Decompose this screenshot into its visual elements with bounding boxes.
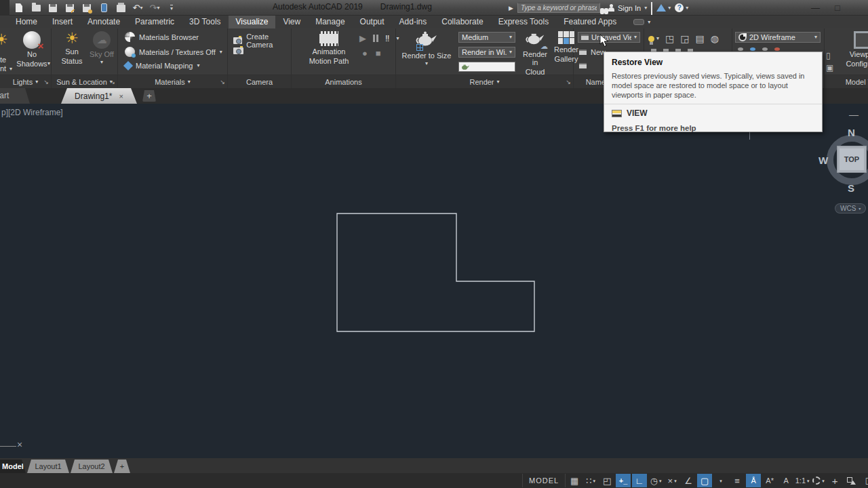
- ribbon-tab-add-ins[interactable]: Add-ins: [392, 16, 435, 28]
- view-tool-button-1[interactable]: ◳: [665, 34, 674, 43]
- sun-launcher-icon[interactable]: ↘: [110, 79, 115, 85]
- redo-button[interactable]: ↷▾: [148, 1, 161, 14]
- ribbon-display-button[interactable]: ▾: [633, 16, 650, 28]
- visual-style-select[interactable]: 2D Wireframe ▾: [735, 32, 821, 43]
- view-tool-button-3[interactable]: ▤: [695, 34, 704, 43]
- save-web-mobile-button[interactable]: [80, 1, 94, 14]
- object-snap-button[interactable]: ∠: [681, 474, 696, 487]
- ribbon-tab-insert[interactable]: Insert: [45, 16, 80, 28]
- isolate-objects-button[interactable]: [844, 474, 859, 487]
- viewport-configuration-button[interactable]: Viewport Configurati: [837, 31, 868, 68]
- search-input[interactable]: [517, 3, 600, 13]
- workspace-switching-button[interactable]: ▾: [811, 474, 826, 487]
- ribbon-tab-featured-apps[interactable]: Featured Apps: [556, 16, 624, 28]
- new-drawing-tab-button[interactable]: +: [142, 90, 156, 102]
- clean-screen-button[interactable]: ▯: [860, 474, 868, 487]
- panel-camera-label[interactable]: Camera: [228, 75, 291, 88]
- panel-model-viewports-label[interactable]: Model Vie: [825, 75, 868, 88]
- new-layout-button[interactable]: +: [114, 460, 130, 473]
- app-store-button[interactable]: [651, 2, 652, 14]
- render-in-cloud-button[interactable]: ☁ Render in Cloud: [519, 30, 551, 76]
- create-light-icon[interactable]: ☀: [0, 33, 8, 47]
- lights-launcher-icon[interactable]: ↘: [43, 79, 49, 85]
- light-glyphs-button[interactable]: ▾: [648, 36, 659, 42]
- save-button[interactable]: [46, 1, 60, 14]
- ribbon-tab-output[interactable]: Output: [353, 16, 392, 28]
- ribbon-tab-annotate[interactable]: Annotate: [80, 16, 127, 28]
- customization-button[interactable]: +: [827, 474, 842, 487]
- ribbon-tab-3d-tools[interactable]: 3D Tools: [182, 16, 228, 28]
- ribbon-tab-collaborate[interactable]: Collaborate: [434, 16, 490, 28]
- animation-motion-path-button[interactable]: Animation Motion Path: [301, 31, 357, 65]
- viewport-controls-label[interactable]: p][2D Wireframe]: [1, 108, 63, 117]
- create-light-label-2[interactable]: nt: [0, 64, 6, 73]
- grid-display-button[interactable]: ▦: [567, 474, 582, 487]
- materials-launcher-icon[interactable]: ↘: [220, 79, 225, 85]
- minimize-button[interactable]: —: [811, 3, 820, 12]
- redo-caret-icon[interactable]: ▾: [157, 5, 159, 11]
- play-icon[interactable]: ▶: [359, 34, 366, 43]
- viewcube-west[interactable]: W: [818, 155, 828, 166]
- layout-tab-layout1[interactable]: Layout1: [27, 460, 69, 473]
- render-to-size-button[interactable]: Render to Size ▾: [397, 30, 456, 66]
- render-target-select[interactable]: Render in Wi... ▾: [458, 47, 515, 58]
- sun-status-button[interactable]: ☀ Sun Status: [57, 31, 87, 65]
- materials-browser-button[interactable]: Materials Browser: [125, 32, 199, 42]
- new-view-button[interactable]: New: [579, 48, 606, 56]
- ribbon-tab-home[interactable]: Home: [8, 16, 45, 28]
- save-as-button[interactable]: [63, 1, 77, 14]
- no-shadows-button[interactable]: × No Shadows: [15, 31, 49, 68]
- pause-icon[interactable]: [373, 35, 378, 42]
- material-mapping-button[interactable]: Material Mapping ▾: [125, 62, 199, 70]
- panel-sun-location-label[interactable]: Sun & Location ▾ ↘: [52, 75, 117, 88]
- undo-button[interactable]: ↶▾: [131, 1, 144, 14]
- drawing-canvas[interactable]: p][2D Wireframe] — N W S TOP WCS ▾ ×: [0, 104, 868, 458]
- view-manager-button[interactable]: [579, 63, 587, 68]
- new-file-button[interactable]: [12, 1, 26, 14]
- open-web-mobile-button[interactable]: [97, 1, 111, 14]
- object-snap-tracking-button[interactable]: ×▾: [665, 474, 679, 487]
- viewport-restore-icon[interactable]: ▣: [826, 64, 833, 72]
- panel-render-label[interactable]: Render ▾ ↘: [396, 75, 573, 88]
- annotation-scale-value-button[interactable]: 1:1▾: [795, 474, 810, 487]
- ribbon-tab-parametric[interactable]: Parametric: [127, 16, 182, 28]
- open-file-button[interactable]: [29, 1, 43, 14]
- undo-caret-icon[interactable]: ▾: [140, 5, 142, 11]
- render-launcher-icon[interactable]: ↘: [566, 79, 571, 85]
- ribbon-tab-view[interactable]: View: [275, 16, 308, 28]
- ribbon-tab-manage[interactable]: Manage: [308, 16, 352, 28]
- model-space-button[interactable]: MODEL: [522, 474, 566, 487]
- infer-constraints-button[interactable]: ◰: [599, 474, 614, 487]
- a360-button[interactable]: ▾: [656, 4, 671, 12]
- viewcube-top-face[interactable]: TOP: [837, 146, 867, 173]
- help-button[interactable]: ? ▾: [675, 3, 688, 12]
- ribbon-tab-visualize[interactable]: Visualize: [229, 16, 276, 28]
- annotation-scale-button[interactable]: A: [778, 474, 793, 487]
- ortho-mode-button[interactable]: ∟: [632, 474, 647, 487]
- sign-in-button[interactable]: Sign In ▾: [608, 4, 647, 12]
- layout-tab-layout2[interactable]: Layout2: [71, 460, 113, 473]
- dynamic-input-button[interactable]: +_: [616, 474, 631, 487]
- render-quality-select[interactable]: Medium ▾: [458, 32, 515, 43]
- snap-mode-button[interactable]: ∷▾: [583, 474, 598, 487]
- polar-tracking-button[interactable]: ◷▾: [648, 474, 663, 487]
- annotation-autoscale-button[interactable]: A*: [762, 474, 777, 487]
- wcs-menu[interactable]: WCS ▾: [835, 203, 866, 214]
- lineweight-button[interactable]: ≡: [730, 474, 745, 487]
- stop-icon[interactable]: ■: [376, 49, 381, 58]
- selection-cycling-caret-button[interactable]: ▾: [713, 474, 728, 487]
- command-line-close-button[interactable]: ×: [17, 439, 22, 450]
- sky-off-button[interactable]: ☁ Sky Off ▾: [88, 31, 115, 65]
- camera-display-button[interactable]: [233, 47, 243, 54]
- no-shadows-caret-icon[interactable]: ▾: [47, 61, 50, 66]
- infocenter-collapse-icon[interactable]: ▶: [509, 5, 513, 12]
- viewcube-south[interactable]: S: [848, 182, 854, 194]
- create-light-label-1[interactable]: te: [0, 56, 6, 64]
- viewport-join-icon[interactable]: ▯: [826, 52, 831, 60]
- ribbon-tab-express-tools[interactable]: Express Tools: [491, 16, 556, 28]
- file-tab-start[interactable]: Start: [0, 88, 30, 104]
- layout-tab-model[interactable]: Model: [0, 460, 26, 473]
- view-tool-button-2[interactable]: ◲: [680, 34, 689, 43]
- file-tab-drawing1[interactable]: Drawing1* ×: [61, 88, 137, 104]
- annotation-visibility-button[interactable]: Å: [746, 474, 761, 487]
